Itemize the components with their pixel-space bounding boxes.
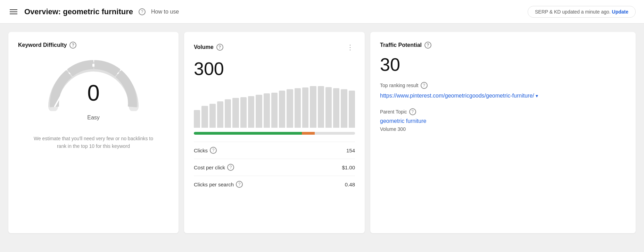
top-ranking-url[interactable]: https://www.pinterest.com/geometricgoods… bbox=[380, 92, 626, 100]
svg-line-4 bbox=[118, 73, 118, 74]
traffic-help-icon[interactable]: ? bbox=[424, 42, 431, 49]
kd-title-text: Keyword Difficulty bbox=[18, 42, 67, 48]
parent-topic-link[interactable]: geometric furniture bbox=[380, 118, 626, 124]
bar-chart-bar bbox=[264, 93, 270, 128]
bar-chart-bar bbox=[217, 101, 223, 128]
bar-chart-bar bbox=[341, 89, 347, 128]
kd-gauge: 0 bbox=[18, 56, 169, 111]
volume-help-icon[interactable]: ? bbox=[216, 44, 223, 51]
how-to-use-link[interactable]: How to use bbox=[151, 9, 179, 15]
bar-chart-bar bbox=[194, 110, 200, 128]
clicks-per-search-metric-row: Clicks per search ? 0.48 bbox=[194, 176, 355, 193]
bar-chart-bar bbox=[248, 96, 254, 128]
bar-chart-bar bbox=[302, 87, 308, 128]
volume-card-header: Volume ? ⋮ bbox=[194, 42, 355, 53]
clicks-label: Clicks ? bbox=[194, 147, 217, 154]
how-to-use-label: How to use bbox=[151, 9, 179, 15]
update-button[interactable]: Update bbox=[612, 9, 628, 15]
volume-title-text: Volume bbox=[194, 44, 214, 50]
traffic-potential-card: Traffic Potential ? 30 Top ranking resul… bbox=[370, 32, 636, 233]
url-dropdown-arrow[interactable]: ▾ bbox=[536, 92, 538, 100]
kd-description: We estimate that you'll need very few or… bbox=[31, 135, 156, 150]
parent-topic-label: Parent Topic ? bbox=[380, 108, 626, 115]
bar-chart-bars bbox=[194, 86, 355, 128]
kd-help-icon[interactable]: ? bbox=[69, 42, 76, 49]
cpc-label: Cost per click ? bbox=[194, 164, 234, 171]
keyword-difficulty-card: Keyword Difficulty ? bbox=[8, 32, 179, 233]
volume-title-group: Volume ? bbox=[194, 44, 223, 51]
bar-chart-bar bbox=[232, 98, 239, 128]
update-status-text: SERP & KD updated a minute ago. bbox=[535, 9, 611, 15]
parent-topic-section: Parent Topic ? geometric furniture Volum… bbox=[380, 108, 626, 132]
clicks-help-icon[interactable]: ? bbox=[210, 147, 217, 154]
top-ranking-help-icon[interactable]: ? bbox=[421, 82, 428, 89]
bar-chart-bar bbox=[333, 88, 339, 128]
bar-chart-bar bbox=[225, 99, 231, 128]
volume-bar-chart bbox=[194, 86, 355, 135]
volume-dots-menu[interactable]: ⋮ bbox=[345, 42, 355, 53]
bar-chart-bar bbox=[256, 95, 262, 128]
kd-card-title: Keyword Difficulty ? bbox=[18, 42, 169, 49]
cpc-help-icon[interactable]: ? bbox=[227, 164, 234, 171]
clicks-per-search-help-icon[interactable]: ? bbox=[236, 181, 243, 188]
bar-chart-bar bbox=[310, 86, 316, 128]
bar-chart-bar bbox=[201, 106, 208, 128]
title-help-icon[interactable]: ? bbox=[139, 8, 146, 15]
bar-chart-bar bbox=[287, 89, 293, 128]
bar-chart-bar bbox=[279, 91, 285, 128]
bar-chart-bar bbox=[318, 86, 324, 128]
clicks-value: 154 bbox=[346, 148, 355, 153]
bar-chart-bar bbox=[209, 104, 216, 128]
page-title: Overview: geometric furniture bbox=[24, 7, 133, 16]
progress-no-clicks bbox=[302, 132, 315, 135]
kd-score: 0 bbox=[87, 82, 100, 104]
clicks-metric-row: Clicks ? 154 bbox=[194, 142, 355, 159]
traffic-title-text: Traffic Potential bbox=[380, 42, 422, 48]
cpc-value: $1.00 bbox=[342, 165, 355, 170]
clicks-per-search-value: 0.48 bbox=[345, 182, 355, 187]
update-status-badge: SERP & KD updated a minute ago. Update bbox=[528, 6, 636, 18]
cpc-metric-row: Cost per click ? $1.00 bbox=[194, 159, 355, 176]
traffic-value: 30 bbox=[380, 54, 626, 75]
top-ranking-label: Top ranking result ? bbox=[380, 82, 626, 89]
hamburger-icon[interactable] bbox=[8, 8, 19, 16]
bar-chart-bar bbox=[349, 91, 355, 128]
clicks-per-search-label: Clicks per search ? bbox=[194, 181, 243, 188]
bar-chart-bar bbox=[271, 93, 278, 128]
progress-clicks bbox=[194, 132, 302, 135]
volume-value: 300 bbox=[194, 58, 355, 79]
main-content: Keyword Difficulty ? bbox=[0, 24, 644, 242]
header: Overview: geometric furniture ? How to u… bbox=[0, 0, 644, 24]
traffic-card-title: Traffic Potential ? bbox=[380, 42, 626, 49]
kd-difficulty-label: Easy bbox=[18, 115, 169, 121]
bar-chart-bar bbox=[325, 87, 332, 128]
bar-chart-bar bbox=[295, 88, 301, 128]
volume-card: Volume ? ⋮ 300 Clicks ? bbox=[184, 32, 365, 233]
bar-chart-bar bbox=[240, 97, 247, 128]
clicks-progress-bar bbox=[194, 132, 355, 135]
parent-topic-help-icon[interactable]: ? bbox=[409, 108, 416, 115]
svg-line-1 bbox=[69, 73, 70, 74]
parent-topic-volume: Volume 300 bbox=[380, 126, 626, 132]
